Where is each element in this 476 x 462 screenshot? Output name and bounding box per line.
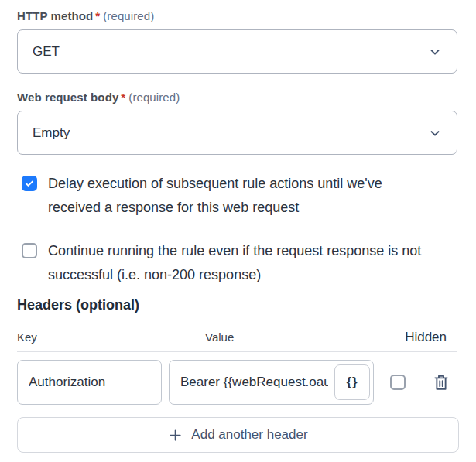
check-icon: [24, 178, 35, 189]
header-value-wrap: {}: [169, 360, 374, 405]
delay-execution-checkbox-row: Delay execution of subsequent rule actio…: [22, 172, 457, 220]
column-header-hidden: Hidden: [405, 330, 457, 345]
delay-execution-checkbox-label[interactable]: Delay execution of subsequent rule actio…: [48, 172, 435, 220]
web-request-config-form: HTTP method*(required) GET Web request b…: [0, 0, 476, 462]
header-row: {}: [17, 360, 457, 405]
http-method-select[interactable]: GET: [17, 29, 457, 74]
header-hidden-checkbox[interactable]: [390, 375, 406, 390]
chevron-down-icon: [428, 126, 442, 140]
required-asterisk: *: [121, 91, 125, 104]
plus-icon: [168, 428, 183, 443]
web-request-body-select[interactable]: Empty: [17, 111, 457, 155]
web-request-body-label-text: Web request body: [17, 91, 118, 104]
required-asterisk: *: [95, 9, 100, 22]
continue-running-checkbox[interactable]: [22, 243, 37, 258]
web-request-body-selected-value: Empty: [33, 125, 70, 141]
add-another-header-label: Add another header: [191, 427, 307, 443]
smart-value-braces-button[interactable]: {}: [334, 364, 370, 400]
column-header-key: Key: [17, 330, 205, 344]
headers-section-title: Headers (optional): [17, 297, 457, 313]
headers-column-row: Key Value Hidden: [17, 330, 457, 345]
column-header-value: Value: [205, 330, 405, 344]
delete-header-button[interactable]: [431, 372, 451, 392]
chevron-down-icon: [428, 45, 442, 59]
add-another-header-button[interactable]: Add another header: [17, 417, 459, 453]
required-note: (required): [128, 91, 180, 104]
header-key-input[interactable]: [17, 360, 162, 405]
continue-running-checkbox-row: Continue running the rule even if the re…: [22, 239, 457, 287]
web-request-body-label: Web request body*(required): [17, 91, 457, 104]
continue-running-checkbox-label[interactable]: Continue running the rule even if the re…: [48, 239, 435, 287]
required-note: (required): [103, 9, 154, 22]
http-method-label-text: HTTP method: [17, 9, 93, 22]
http-method-selected-value: GET: [33, 44, 60, 60]
trash-icon: [431, 372, 451, 392]
http-method-label: HTTP method*(required): [17, 9, 457, 22]
headers-divider: [17, 351, 457, 352]
delay-execution-checkbox[interactable]: [22, 176, 37, 191]
